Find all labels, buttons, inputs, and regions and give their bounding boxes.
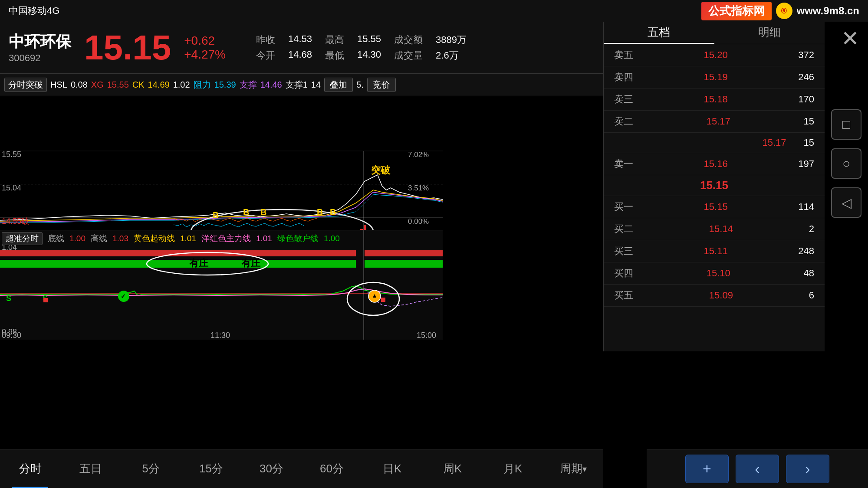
svg-rect-175 bbox=[381, 298, 385, 302]
sub-high-label: 高线 bbox=[91, 233, 107, 244]
sell-mid-row: 15.17 15 bbox=[604, 133, 825, 153]
diejia-btn[interactable]: 叠加 bbox=[324, 78, 353, 92]
svg-text:B: B bbox=[243, 207, 249, 217]
tab-wuri[interactable]: 五日 bbox=[60, 449, 121, 488]
mode-dropdown[interactable]: 分时突破 bbox=[4, 78, 47, 92]
sell4-qty: 246 bbox=[798, 72, 814, 83]
change-abs: +0.62 bbox=[184, 34, 226, 48]
sell-mid-price: 15.17 bbox=[762, 137, 786, 148]
tab-5fen[interactable]: 5分 bbox=[121, 449, 181, 488]
stock-header: 中环环保 300692 15.15 +0.62 +4.27% 昨收 14.53 … bbox=[0, 22, 603, 74]
buy1-label: 买一 bbox=[614, 200, 633, 213]
yellow-val: 1.01 bbox=[180, 234, 196, 243]
nav-icons: □ ○ ◁ bbox=[825, 96, 868, 218]
stock-name: 中环环保 bbox=[9, 31, 71, 52]
sell1-price: 15.16 bbox=[704, 158, 728, 170]
svg-rect-161 bbox=[365, 260, 443, 268]
sell3-price: 15.18 bbox=[704, 94, 728, 105]
tab-30fen[interactable]: 30分 bbox=[241, 449, 302, 488]
zhicheng-val: 14.46 bbox=[260, 80, 282, 90]
svg-text:B: B bbox=[260, 207, 266, 217]
low-label: 最低 bbox=[325, 49, 344, 62]
website-label: www.9m8.cn bbox=[797, 5, 860, 17]
prev-btn[interactable]: ‹ bbox=[736, 455, 779, 483]
amount-label: 成交量 bbox=[394, 49, 423, 62]
tab-yuek[interactable]: 月K bbox=[483, 449, 543, 488]
sell5-price: 15.20 bbox=[704, 49, 728, 61]
stock-change: +0.62 +4.27% bbox=[184, 34, 226, 62]
buy4-price: 15.10 bbox=[707, 268, 730, 279]
back-icon[interactable]: ◁ bbox=[831, 187, 861, 218]
sub-chart: 超准分时 底线 1.00 高线 1.03 黄色起动线 1.01 洋红色主力线 1… bbox=[0, 230, 443, 339]
buy5-price: 15.09 bbox=[709, 290, 733, 301]
stock-price: 15.15 bbox=[84, 30, 171, 65]
hsl-val: 0.08 bbox=[71, 80, 88, 90]
buy1-price: 15.15 bbox=[704, 201, 728, 213]
svg-text:B: B bbox=[213, 210, 219, 220]
carrier-label: 中国移动4G bbox=[9, 4, 59, 17]
yellow-label: 黄色起动线 bbox=[134, 233, 175, 244]
tab-zhouqi[interactable]: 周期 ▾ bbox=[543, 449, 603, 488]
buy5-label: 买五 bbox=[614, 289, 633, 302]
sell1-qty: 197 bbox=[798, 158, 814, 170]
buy-2-row: 买二 15.14 2 bbox=[604, 218, 825, 240]
svg-text:突破: 突破 bbox=[371, 165, 391, 176]
tab-mingxi[interactable]: 明细 bbox=[714, 22, 825, 44]
svg-text:09:30: 09:30 bbox=[2, 331, 21, 340]
high-val: 15.55 bbox=[357, 33, 381, 46]
stock-stats: 昨收 14.53 最高 15.55 成交额 3889万 今开 14.68 最低 … bbox=[256, 33, 467, 62]
tab-fenshi[interactable]: 分时 bbox=[0, 449, 60, 488]
tab-rik[interactable]: 日K bbox=[362, 449, 422, 488]
hsl-label: HSL bbox=[50, 80, 67, 90]
sell4-price: 15.19 bbox=[704, 72, 728, 83]
svg-text:14.55破: 14.55破 bbox=[2, 217, 29, 226]
zuli-val: 15.39 bbox=[214, 80, 236, 90]
right-panel: 五档 明细 卖五 15.20 372 卖四 15.19 246 卖三 15.18… bbox=[603, 22, 825, 351]
magenta-val: 1.01 bbox=[256, 234, 272, 243]
svg-text:B: B bbox=[330, 207, 336, 217]
buy4-qty: 48 bbox=[804, 268, 814, 279]
stock-code: 300692 bbox=[9, 52, 71, 64]
green-label: 绿色散户线 bbox=[277, 233, 319, 244]
buy3-label: 买三 bbox=[614, 245, 633, 258]
mid-price-val: 15.15 bbox=[700, 179, 728, 192]
jjj: 5. bbox=[356, 80, 364, 90]
tab-zhouk[interactable]: 周K bbox=[422, 449, 483, 488]
buy2-qty: 2 bbox=[809, 223, 814, 235]
xg-label: XG bbox=[91, 80, 104, 90]
right-panel-header: 五档 明细 bbox=[604, 22, 825, 44]
status-bar: 中国移动4G 公式指标网 ® www.9m8.cn bbox=[0, 0, 868, 22]
buy-5-row: 买五 15.09 6 bbox=[604, 285, 825, 307]
zhicheng-label: 支撑 bbox=[240, 79, 257, 91]
svg-text:15.55: 15.55 bbox=[2, 150, 21, 159]
buy-4-row: 买四 15.10 48 bbox=[604, 262, 825, 285]
jingjia-btn[interactable]: 竞价 bbox=[367, 78, 396, 92]
prev-close-val: 14.53 bbox=[288, 33, 312, 46]
sell-mid-qty: 15 bbox=[804, 137, 814, 148]
change-pct: +4.27% bbox=[184, 48, 226, 62]
circle-icon[interactable]: ○ bbox=[831, 148, 861, 179]
stock-name-area: 中环环保 300692 bbox=[9, 31, 71, 64]
buy-1-row: 买一 15.15 114 bbox=[604, 196, 825, 218]
sell2-price: 15.17 bbox=[707, 116, 730, 127]
add-btn[interactable]: + bbox=[685, 455, 729, 483]
close-button[interactable]: ✕ bbox=[841, 26, 859, 51]
baseline-label: 底线 bbox=[48, 233, 64, 244]
tab-15fen[interactable]: 15分 bbox=[181, 449, 241, 488]
sub-chart-mode[interactable]: 超准分时 bbox=[2, 232, 43, 245]
next-btn[interactable]: › bbox=[786, 455, 829, 483]
svg-rect-160 bbox=[0, 260, 356, 268]
buy5-qty: 6 bbox=[809, 290, 814, 301]
svg-text:15:00: 15:00 bbox=[417, 331, 436, 340]
square-icon[interactable]: □ bbox=[831, 109, 861, 140]
svg-text:S: S bbox=[6, 294, 11, 303]
buy2-label: 买二 bbox=[614, 223, 633, 236]
tab-wudang[interactable]: 五档 bbox=[604, 22, 714, 44]
buy1-qty: 114 bbox=[798, 201, 814, 213]
tab-60fen[interactable]: 60分 bbox=[302, 449, 362, 488]
sell5-label: 卖五 bbox=[614, 49, 633, 62]
sell2-label: 卖二 bbox=[614, 115, 633, 128]
svg-text:✓: ✓ bbox=[121, 293, 126, 300]
svg-text:11:30: 11:30 bbox=[210, 331, 230, 340]
buy-3-row: 买三 15.11 248 bbox=[604, 240, 825, 262]
